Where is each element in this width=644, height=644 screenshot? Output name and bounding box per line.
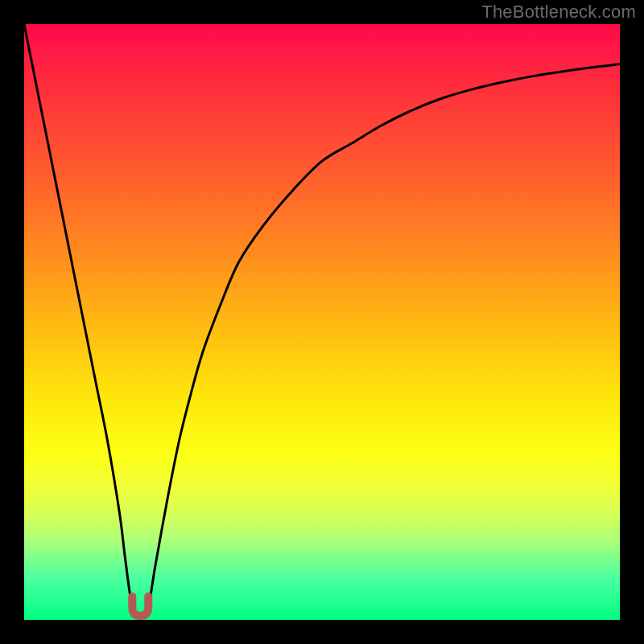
- chart-plot-area: [24, 24, 620, 620]
- watermark-text: TheBottleneck.com: [481, 2, 636, 23]
- bottleneck-curve: [24, 24, 620, 620]
- minimum-marker: [132, 597, 148, 616]
- curve-path: [24, 24, 620, 615]
- chart-frame: TheBottleneck.com: [0, 0, 644, 644]
